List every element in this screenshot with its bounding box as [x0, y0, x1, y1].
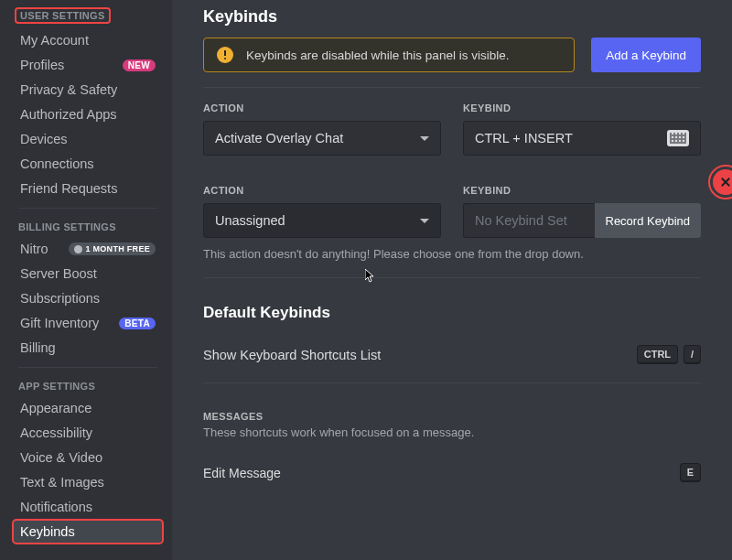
- keybind-value-1: CTRL + INSERT: [475, 131, 573, 145]
- sidebar-item-label: Accessibility: [20, 425, 92, 440]
- divider: [203, 277, 701, 278]
- keybind-placeholder-2: No Keybind Set: [475, 213, 567, 228]
- sidebar-divider: [18, 367, 157, 368]
- default-keybinds-title: Default Keybinds: [203, 304, 701, 322]
- default-keybind-name: Show Keyboard Shortcuts List: [203, 348, 381, 362]
- default-keybind-row: Show Keyboard Shortcuts List CTRL /: [203, 342, 701, 382]
- sidebar-item-profiles[interactable]: ProfilesNEW: [13, 53, 163, 77]
- default-keybind-keys: CTRL /: [635, 345, 701, 364]
- sidebar-item-label: Notifications: [20, 500, 92, 514]
- helper-text: This action doesn't do anything! Please …: [203, 247, 701, 261]
- sidebar-item-label: Billing: [20, 340, 56, 355]
- sidebar-item-nitro[interactable]: Nitro1 MONTH FREE: [13, 237, 163, 261]
- sidebar-item-label: Authorized Apps: [20, 107, 117, 122]
- action-label: ACTION: [203, 102, 441, 113]
- sidebar-item-label: Gift Inventory: [20, 316, 99, 330]
- sidebar-item-devices[interactable]: Devices: [13, 127, 163, 151]
- keyboard-icon: [667, 130, 689, 146]
- page-title: Keybinds: [203, 7, 701, 27]
- keybind-label: KEYBIND: [463, 102, 701, 113]
- sidebar-item-connections[interactable]: Connections: [13, 152, 163, 176]
- sidebar-item-voice-video[interactable]: Voice & Video: [13, 446, 163, 469]
- sidebar-section-header: APP SETTINGS: [13, 375, 163, 395]
- action-select-2-value: Unassigned: [215, 213, 285, 228]
- sidebar-item-my-account[interactable]: My Account: [13, 28, 163, 52]
- sidebar-item-label: Friend Requests: [20, 181, 117, 196]
- record-keybind-button[interactable]: Record Keybind: [595, 203, 702, 238]
- divider: [203, 87, 701, 88]
- edit-message-name: Edit Message: [203, 466, 281, 480]
- sidebar-item-privacy-safety[interactable]: Privacy & Safety: [13, 78, 163, 102]
- settings-content: Keybinds Keybinds are disabled while thi…: [172, 0, 732, 560]
- sidebar-item-appearance[interactable]: Appearance: [13, 396, 163, 420]
- keycap: E: [680, 463, 701, 482]
- keycap: /: [684, 345, 701, 364]
- action-label-2: ACTION: [203, 185, 441, 196]
- sidebar-item-billing[interactable]: Billing: [13, 336, 163, 360]
- sidebar-item-label: Devices: [20, 132, 68, 146]
- warning-text: Keybinds are disabled while this panel i…: [246, 48, 509, 62]
- warning-icon: [217, 47, 233, 63]
- chevron-down-icon: [420, 219, 429, 223]
- sidebar-item-label: My Account: [20, 33, 89, 48]
- chevron-down-icon: [420, 136, 429, 141]
- add-keybind-button[interactable]: Add a Keybind: [591, 38, 701, 72]
- sidebar-item-label: Server Boost: [20, 266, 97, 281]
- sidebar-item-friend-requests[interactable]: Friend Requests: [13, 177, 163, 200]
- sidebar-item-badge: NEW: [123, 59, 156, 71]
- sidebar-item-badge: 1 MONTH FREE: [69, 242, 156, 255]
- sidebar-item-badge: BETA: [119, 318, 156, 329]
- sidebar-item-authorized-apps[interactable]: Authorized Apps: [13, 102, 163, 126]
- sidebar-item-accessibility[interactable]: Accessibility: [13, 421, 163, 445]
- action-select-1[interactable]: Activate Overlay Chat: [203, 121, 441, 156]
- keybind-display-1[interactable]: CTRL + INSERT: [463, 121, 701, 156]
- sidebar-item-label: Text & Images: [20, 475, 104, 490]
- close-button[interactable]: [713, 169, 732, 195]
- sidebar-divider: [18, 208, 157, 209]
- action-select-2[interactable]: Unassigned: [203, 203, 441, 238]
- sidebar-item-label: Keybinds: [20, 524, 75, 539]
- sidebar-item-label: Subscriptions: [20, 291, 100, 306]
- action-select-1-value: Activate Overlay Chat: [215, 131, 343, 145]
- sidebar-section-header: USER SETTINGS: [15, 7, 111, 24]
- keybind-label-2: KEYBIND: [463, 185, 701, 196]
- sidebar-item-subscriptions[interactable]: Subscriptions: [13, 286, 163, 310]
- sidebar-item-label: Nitro: [20, 242, 48, 256]
- sidebar-item-notifications[interactable]: Notifications: [13, 495, 163, 519]
- sidebar-section-header: BILLING SETTINGS: [13, 216, 163, 236]
- sidebar-item-text-images[interactable]: Text & Images: [13, 470, 163, 494]
- settings-sidebar: USER SETTINGSMy AccountProfilesNEWPrivac…: [0, 0, 172, 560]
- messages-sub: These shortcuts work when focused on a m…: [203, 425, 701, 439]
- sidebar-item-label: Privacy & Safety: [20, 82, 117, 97]
- sidebar-item-gift-inventory[interactable]: Gift InventoryBETA: [13, 311, 163, 335]
- sidebar-item-label: Profiles: [20, 58, 64, 72]
- keycap: CTRL: [637, 345, 678, 364]
- messages-header: MESSAGES: [203, 411, 701, 422]
- sidebar-item-label: Connections: [20, 156, 94, 171]
- keybind-input-2[interactable]: No Keybind Set: [463, 203, 595, 238]
- edit-message-row: Edit Message E: [203, 463, 701, 482]
- divider: [203, 382, 701, 383]
- sidebar-item-keybinds[interactable]: Keybinds: [13, 520, 163, 544]
- keybinds-warning: Keybinds are disabled while this panel i…: [203, 38, 575, 72]
- sidebar-item-label: Voice & Video: [20, 450, 102, 465]
- sidebar-item-server-boost[interactable]: Server Boost: [13, 262, 163, 285]
- sidebar-item-label: Appearance: [20, 401, 92, 415]
